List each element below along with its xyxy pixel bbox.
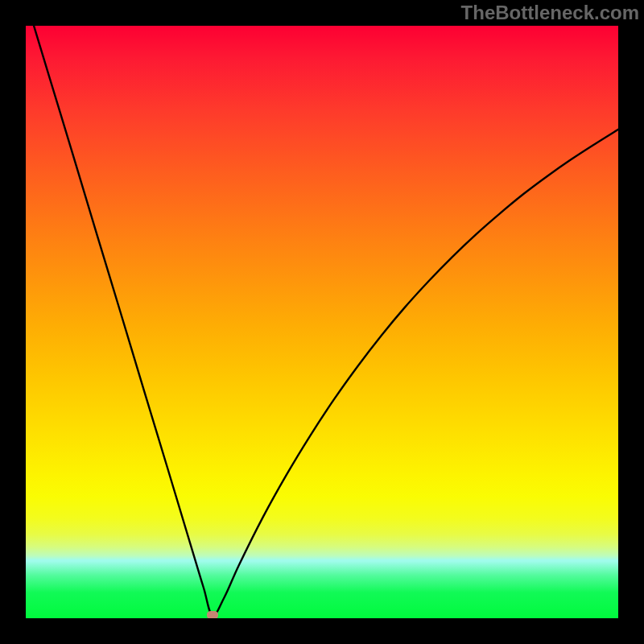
bottleneck-curve (26, 26, 618, 618)
plot-area (26, 26, 618, 618)
minimum-marker-icon (207, 611, 218, 618)
watermark-text: TheBottleneck.com (461, 2, 639, 24)
chart-frame: TheBottleneck.com (0, 0, 644, 644)
